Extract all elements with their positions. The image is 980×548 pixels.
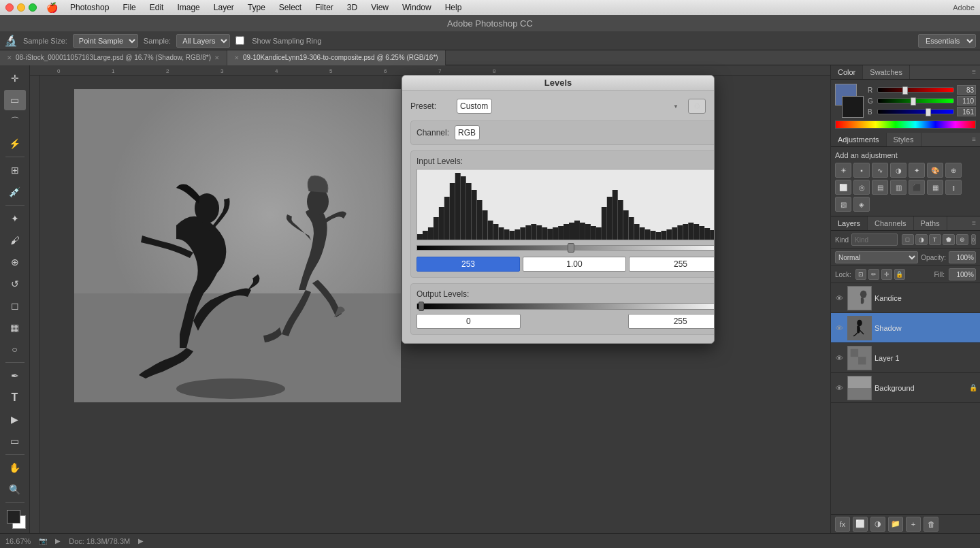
menu-help[interactable]: Help [441, 3, 466, 12]
layers-search[interactable] [851, 233, 898, 246]
crop-tool[interactable]: ⊞ [4, 160, 26, 180]
channel-select[interactable]: RGB [455, 125, 480, 140]
lock-image-icon[interactable]: ✏ [868, 269, 879, 280]
menu-photoshop[interactable]: Photoshop [66, 3, 113, 12]
vibrance-adj-icon[interactable]: ✦ [909, 163, 925, 178]
move-tool[interactable]: ✛ [4, 68, 26, 88]
quick-select-tool[interactable]: ⚡ [4, 133, 26, 154]
layer-filter-smart[interactable]: ⊕ [956, 234, 968, 245]
minimize-button[interactable] [17, 3, 25, 12]
levels-adj-icon[interactable]: ▪ [853, 163, 870, 178]
input-mid-handle[interactable] [568, 243, 574, 253]
color-spectrum[interactable] [835, 120, 976, 129]
add-mask-button[interactable]: ⬜ [853, 517, 868, 532]
layer-item-layer1[interactable]: 👁 Layer 1 [831, 343, 980, 373]
foreground-background-colors[interactable] [4, 509, 26, 529]
lock-position-icon[interactable]: ✛ [881, 269, 892, 280]
close-button[interactable] [5, 3, 14, 12]
fill-input[interactable] [949, 268, 976, 280]
b-slider-handle[interactable] [926, 108, 931, 116]
input-white-value[interactable] [629, 257, 715, 272]
apple-menu[interactable]: 🍎 [46, 2, 58, 13]
clone-stamp-tool[interactable]: ⊕ [4, 252, 26, 272]
hsl-adj-icon[interactable]: 🎨 [927, 163, 943, 178]
color-tab[interactable]: Color [831, 65, 863, 79]
menu-image[interactable]: Image [173, 3, 203, 12]
r-slider-handle[interactable] [902, 86, 908, 95]
layer-item-background[interactable]: 👁 Background 🔒 [831, 373, 980, 403]
layer-vis-shadow[interactable]: 👁 [834, 323, 845, 334]
preset-select[interactable]: Custom [457, 99, 492, 114]
layer-filter-pixel[interactable]: □ [902, 234, 914, 245]
photofilter-adj-icon[interactable]: ◎ [853, 180, 870, 195]
lock-all-icon[interactable]: 🔒 [894, 269, 905, 280]
menu-edit[interactable]: Edit [146, 3, 168, 12]
g-slider[interactable] [877, 98, 954, 103]
path-select-tool[interactable]: ▶ [4, 409, 26, 430]
output-black-value[interactable] [416, 314, 521, 329]
new-layer-button[interactable]: + [906, 517, 921, 532]
history-brush-tool[interactable]: ↺ [4, 274, 26, 294]
dodge-tool[interactable]: ○ [4, 339, 26, 359]
menu-filter[interactable]: Filter [311, 3, 338, 12]
layer-filter-shape[interactable]: ⬟ [943, 234, 955, 245]
channels-tab[interactable]: Channels [868, 216, 913, 230]
layer-vis-layer1[interactable]: 👁 [834, 353, 845, 364]
timeline-arrow[interactable]: ▶ [138, 537, 144, 545]
input-mid-value[interactable] [523, 257, 626, 272]
r-slider[interactable] [877, 87, 954, 93]
menu-select[interactable]: Select [275, 3, 306, 12]
menu-window[interactable]: Window [398, 3, 436, 12]
adjustments-panel-menu[interactable]: ≡ [968, 133, 980, 146]
output-slider-track[interactable] [416, 303, 715, 310]
shape-tool[interactable]: ▭ [4, 431, 26, 451]
layer-vis-background[interactable]: 👁 [834, 383, 845, 393]
levels-gear-button[interactable]: ⚙ [688, 99, 706, 114]
b-value[interactable]: 161 [957, 107, 976, 116]
maximize-button[interactable] [29, 3, 37, 12]
layers-tab[interactable]: Layers [831, 216, 868, 230]
tab-1-close2[interactable]: ✕ [214, 54, 220, 61]
add-group-button[interactable]: 📁 [888, 517, 903, 532]
channelmix-adj-icon[interactable]: ▤ [872, 180, 888, 195]
layers-panel-menu[interactable]: ≡ [968, 216, 980, 230]
healing-brush-tool[interactable]: ✦ [4, 208, 26, 229]
opacity-input[interactable] [949, 251, 976, 263]
swatches-tab[interactable]: Swatches [863, 65, 910, 79]
show-ring-checkbox[interactable] [235, 36, 244, 45]
sample-select[interactable]: All Layers [176, 34, 230, 48]
posterize-adj-icon[interactable]: ▦ [927, 180, 943, 195]
layer-filter-adj[interactable]: ◑ [915, 234, 928, 245]
background-color-swatch[interactable] [842, 96, 864, 118]
output-black-handle[interactable] [419, 302, 424, 311]
brush-tool[interactable]: 🖌 [4, 230, 26, 251]
text-tool[interactable]: T [4, 387, 26, 408]
tab-2-close[interactable]: ✕ [234, 54, 240, 61]
exposure-adj-icon[interactable]: ◑ [890, 163, 906, 178]
lock-transparent-icon[interactable]: ⊡ [855, 269, 866, 280]
selectivecolor-adj-icon[interactable]: ◈ [853, 197, 870, 212]
marquee-tool[interactable]: ▭ [4, 90, 26, 110]
r-value[interactable]: 83 [957, 85, 976, 95]
adjustments-tab[interactable]: Adjustments [831, 133, 887, 146]
menu-layer[interactable]: Layer [210, 3, 238, 12]
sample-size-select[interactable]: Point Sample [73, 34, 138, 48]
foreground-color[interactable] [7, 510, 20, 523]
eyedropper-tool[interactable]: 💉 [4, 182, 26, 202]
g-value[interactable]: 110 [957, 96, 976, 106]
tab-1-close[interactable]: ✕ [7, 54, 12, 61]
tab-2[interactable]: ✕ 09-10KandiceLynn19-306-to-composite.ps… [227, 50, 446, 65]
threshold-adj-icon[interactable]: ⫿ [945, 180, 962, 195]
input-slider-track[interactable] [416, 245, 715, 251]
menu-file[interactable]: File [118, 3, 140, 12]
gradientmap-adj-icon[interactable]: ▧ [835, 197, 851, 212]
invert-adj-icon[interactable]: ⬛ [909, 180, 925, 195]
eyedropper-tool-icon[interactable]: 🔬 [4, 34, 18, 47]
tab-1[interactable]: ✕ 08-iStock_000011057163Large.psd @ 16.7… [0, 50, 227, 65]
output-white-value[interactable] [628, 314, 715, 329]
menu-view[interactable]: View [367, 3, 393, 12]
curves-adj-icon[interactable]: ∿ [872, 163, 888, 178]
color-panel-menu[interactable]: ≡ [968, 65, 980, 79]
layer-filter-type[interactable]: T [929, 234, 941, 245]
zoom-tool[interactable]: 🔍 [4, 479, 26, 500]
